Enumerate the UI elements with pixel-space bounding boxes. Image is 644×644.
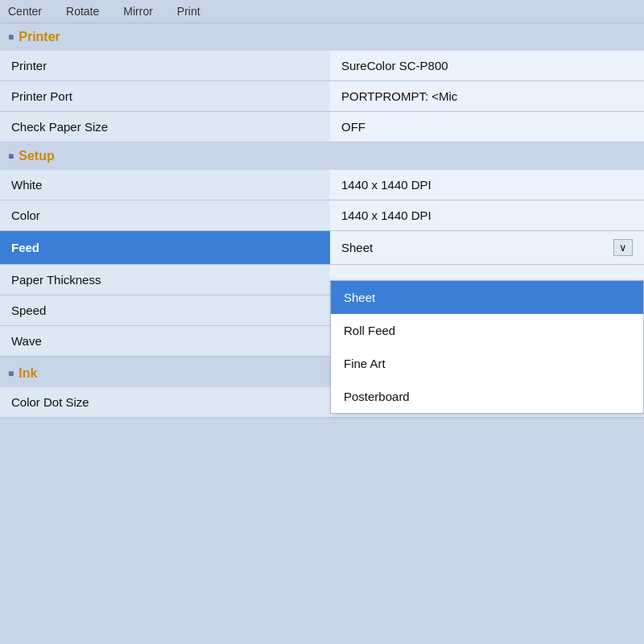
check-paper-label: Check Paper Size bbox=[0, 112, 330, 142]
printer-collapse-icon[interactable]: ■ bbox=[8, 31, 14, 43]
top-nav: Center Rotate Mirror Print bbox=[0, 0, 644, 23]
check-paper-value: OFF bbox=[330, 112, 644, 142]
feed-dropdown-cell[interactable]: Sheet ∨ bbox=[341, 239, 633, 256]
nav-center[interactable]: Center bbox=[8, 5, 42, 18]
feed-label: Feed bbox=[0, 231, 330, 265]
feed-dropdown-arrow[interactable]: ∨ bbox=[613, 239, 633, 256]
paper-thickness-dropdown-cell[interactable]: Sheet Roll Feed Fine Art Posterboard bbox=[330, 265, 644, 295]
dropdown-item-fine-art[interactable]: Fine Art bbox=[331, 347, 643, 380]
setup-section-title: Setup bbox=[19, 149, 54, 163]
printer-label: Printer bbox=[0, 51, 330, 81]
table-row: Color 1440 x 1440 DPI bbox=[0, 200, 644, 231]
dropdown-item-roll-feed[interactable]: Roll Feed bbox=[331, 314, 643, 347]
white-label: White bbox=[0, 170, 330, 200]
feed-selected-value: Sheet bbox=[341, 241, 373, 254]
table-row: Printer Port PORTPROMPT: <Mic bbox=[0, 81, 644, 112]
table-row: Paper Thickness Sheet Roll Feed Fine Art… bbox=[0, 265, 644, 295]
color-value: 1440 x 1440 DPI bbox=[330, 200, 644, 231]
paper-thickness-label: Paper Thickness bbox=[0, 265, 330, 295]
wave-label: Wave bbox=[0, 326, 330, 357]
dropdown-item-posterboard[interactable]: Posterboard bbox=[331, 380, 643, 413]
printer-port-value: PORTPROMPT: <Mic bbox=[330, 81, 644, 112]
feed-value-cell[interactable]: Sheet ∨ bbox=[330, 231, 644, 265]
printer-port-label: Printer Port bbox=[0, 81, 330, 112]
table-row: White 1440 x 1440 DPI bbox=[0, 170, 644, 200]
feed-row[interactable]: Feed Sheet ∨ bbox=[0, 231, 644, 265]
dropdown-item-sheet[interactable]: Sheet bbox=[331, 281, 643, 314]
setup-collapse-icon[interactable]: ■ bbox=[8, 151, 14, 162]
speed-label: Speed bbox=[0, 295, 330, 326]
table-row: Printer SureColor SC-P800 bbox=[0, 51, 644, 81]
printer-settings-table: Printer SureColor SC-P800 Printer Port P… bbox=[0, 51, 644, 142]
ink-collapse-icon[interactable]: ■ bbox=[8, 368, 14, 379]
nav-rotate[interactable]: Rotate bbox=[66, 5, 99, 18]
printer-section-title: Printer bbox=[19, 30, 60, 44]
nav-mirror[interactable]: Mirror bbox=[123, 5, 153, 18]
setup-settings-table: White 1440 x 1440 DPI Color 1440 x 1440 … bbox=[0, 170, 644, 357]
table-row: Check Paper Size OFF bbox=[0, 112, 644, 142]
setup-section-header: ■ Setup bbox=[0, 142, 644, 170]
main-content: ■ Printer Printer SureColor SC-P800 Prin… bbox=[0, 23, 644, 418]
color-dot-size-label: Color Dot Size bbox=[0, 387, 330, 418]
printer-section-header: ■ Printer bbox=[0, 23, 644, 51]
ink-section-title: Ink bbox=[19, 366, 37, 381]
color-label: Color bbox=[0, 200, 330, 231]
nav-print[interactable]: Print bbox=[177, 5, 200, 18]
white-value: 1440 x 1440 DPI bbox=[330, 170, 644, 200]
printer-value: SureColor SC-P800 bbox=[330, 51, 644, 81]
feed-dropdown-popup[interactable]: Sheet Roll Feed Fine Art Posterboard bbox=[330, 280, 644, 414]
